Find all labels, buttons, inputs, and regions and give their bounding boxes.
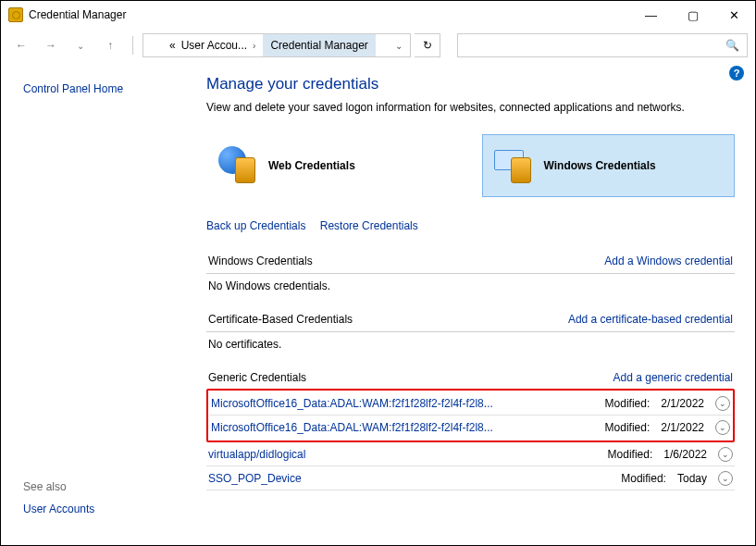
credential-name: MicrosoftOffice16_Data:ADAL:WAM:f2f1f28l… xyxy=(211,421,493,434)
title-bar: Credential Manager — ▢ ✕ xyxy=(1,1,755,29)
see-also-label: See also xyxy=(23,480,199,493)
credential-date: 1/6/2022 xyxy=(663,448,707,461)
section-title: Generic Credentials xyxy=(208,371,306,384)
address-dropdown[interactable]: ⌄ xyxy=(388,41,410,51)
separator xyxy=(132,36,133,55)
nav-recent-button[interactable]: ⌄ xyxy=(68,32,93,58)
add-windows-credential-link[interactable]: Add a Windows credential xyxy=(604,254,733,267)
content-pane: ? Manage your credentials View and delet… xyxy=(199,62,755,545)
chevron-down-icon[interactable]: ⌄ xyxy=(715,420,730,435)
windows-credentials-body: No Windows credentials. xyxy=(206,274,735,307)
modified-label: Modified: xyxy=(605,397,651,410)
credential-name: virtualapp/didlogical xyxy=(208,448,305,461)
modified-label: Modified: xyxy=(605,421,651,434)
credential-row[interactable]: virtualapp/didlogical Modified: 1/6/2022… xyxy=(206,442,735,466)
credential-row[interactable]: MicrosoftOffice16_Data:ADAL:WAM:f2f1f28l… xyxy=(209,416,732,440)
section-certificate-credentials: Certificate-Based Credentials Add a cert… xyxy=(206,307,735,332)
nav-row: ← → ⌄ ↑ «User Accou...› Credential Manag… xyxy=(1,29,755,62)
certificate-credentials-body: No certificates. xyxy=(206,332,735,366)
close-button[interactable]: ✕ xyxy=(713,1,755,29)
help-icon[interactable]: ? xyxy=(729,66,744,81)
chevron-down-icon[interactable]: ⌄ xyxy=(718,471,733,486)
minimize-button[interactable]: — xyxy=(630,1,672,29)
backup-credentials-link[interactable]: Back up Credentials xyxy=(206,219,305,232)
add-generic-credential-link[interactable]: Add a generic credential xyxy=(613,371,733,384)
section-generic-credentials: Generic Credentials Add a generic creden… xyxy=(206,366,735,391)
search-input[interactable]: 🔍 xyxy=(457,33,748,57)
folder-icon xyxy=(151,39,164,52)
tab-web-label: Web Credentials xyxy=(268,159,355,172)
credential-date: Today xyxy=(677,472,707,485)
modified-label: Modified: xyxy=(621,472,666,485)
chevron-right-icon[interactable]: › xyxy=(253,41,255,51)
section-title: Certificate-Based Credentials xyxy=(208,313,353,326)
window-title: Credential Manager xyxy=(29,8,126,21)
add-certificate-credential-link[interactable]: Add a certificate-based credential xyxy=(568,313,733,326)
credential-row[interactable]: SSO_POP_Device Modified: Today ⌄ xyxy=(206,466,735,490)
refresh-button[interactable]: ↻ xyxy=(415,33,440,57)
section-title: Windows Credentials xyxy=(208,254,313,267)
breadcrumb-current[interactable]: Credential Manager xyxy=(270,39,367,52)
credential-row[interactable]: MicrosoftOffice16_Data:ADAL:WAM:f2f1f28l… xyxy=(209,391,732,416)
credential-date: 2/1/2022 xyxy=(661,397,704,410)
globe-vault-icon xyxy=(218,146,257,185)
monitor-vault-icon xyxy=(494,146,533,185)
breadcrumb-parent[interactable]: User Accou... xyxy=(181,39,247,52)
address-bar[interactable]: «User Accou...› Credential Manager ⌄ xyxy=(143,33,411,57)
credential-highlight-box: MicrosoftOffice16_Data:ADAL:WAM:f2f1f28l… xyxy=(206,389,735,442)
credential-name: MicrosoftOffice16_Data:ADAL:WAM:f2f1f28l… xyxy=(211,397,493,410)
maximize-button[interactable]: ▢ xyxy=(672,1,713,29)
page-subtitle: View and delete your saved logon informa… xyxy=(206,101,735,114)
user-accounts-link[interactable]: User Accounts xyxy=(23,503,94,515)
restore-credentials-link[interactable]: Restore Credentials xyxy=(320,219,418,232)
credential-date: 2/1/2022 xyxy=(661,421,704,434)
search-icon: 🔍 xyxy=(725,39,739,52)
credential-name: SSO_POP_Device xyxy=(208,472,302,485)
section-windows-credentials: Windows Credentials Add a Windows creden… xyxy=(206,249,735,274)
nav-forward-button[interactable]: → xyxy=(38,32,64,58)
nav-back-button[interactable]: ← xyxy=(8,32,34,58)
page-heading: Manage your credentials xyxy=(206,75,735,93)
tab-win-label: Windows Credentials xyxy=(544,159,656,172)
app-icon xyxy=(8,7,23,22)
control-panel-home-link[interactable]: Control Panel Home xyxy=(23,82,199,95)
modified-label: Modified: xyxy=(608,448,653,461)
tab-windows-credentials[interactable]: Windows Credentials xyxy=(482,134,736,197)
chevron-down-icon[interactable]: ⌄ xyxy=(718,447,733,462)
tab-web-credentials[interactable]: Web Credentials xyxy=(206,134,460,197)
chevron-down-icon[interactable]: ⌄ xyxy=(715,396,730,411)
nav-up-button[interactable]: ↑ xyxy=(97,32,123,58)
sidebar: Control Panel Home See also User Account… xyxy=(1,62,199,545)
